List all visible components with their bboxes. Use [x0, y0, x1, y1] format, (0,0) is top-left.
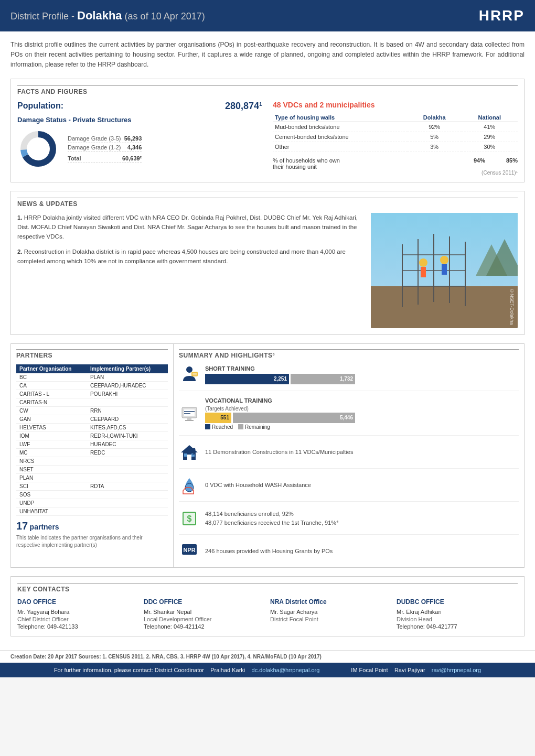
summary-housing-grants: NPR 246 houses provided with Housing Gra…: [179, 541, 519, 562]
partner-org: SCI: [16, 482, 87, 490]
nra-office: NRA District Office Mr. Sagar Acharya Di…: [270, 598, 391, 630]
partners-table-row: GANCEEPAARD: [16, 415, 168, 423]
footer-contact-label: For further information, please contact:…: [54, 667, 204, 673]
partner-org: PLAN: [16, 473, 87, 482]
short-training-icon: [179, 364, 200, 385]
news-section: NEWS & UPDATES 1. HRRP Dolakha jointly v…: [10, 191, 525, 335]
dudbc-name: Mr. Ekraj Adhikari: [397, 609, 518, 615]
footer-contact: For further information, please contact:…: [0, 663, 535, 677]
footer-im-email[interactable]: ravi@hrrpnepal.org: [432, 667, 481, 673]
partners-table-row: UNHABITAT: [16, 507, 168, 515]
vocational-title-text: VOCATIONAL TRAINING: [205, 397, 272, 404]
dudbc-office: DUDBC OFFICE Mr. Ekraj Adhikari Division…: [397, 598, 518, 630]
partner-org: CA: [16, 381, 87, 390]
svg-rect-16: [442, 264, 447, 275]
vocational-legend: Reached Remaining: [205, 424, 519, 430]
vocational-training-icon: [179, 403, 200, 424]
summary-short-training: SHORT TRAINING 2,251 1,732: [179, 364, 519, 391]
beneficiaries-content: 48,114 beneficiaries enrolled, 92% 48,07…: [205, 510, 519, 527]
partner-impl: RRN: [87, 406, 168, 415]
facts-header: FACTS AND FIGURES: [17, 85, 518, 95]
key-contacts-section: KEY CONTACTS DAO OFFICE Mr. Yagyaraj Boh…: [10, 576, 525, 636]
remaining-legend-box: [238, 424, 243, 429]
news-0-number: 1.: [17, 214, 23, 221]
census-note: (Census 2011)¹: [273, 170, 518, 176]
vdc-municipalities: 48 VDCs and 2 municipalities: [273, 101, 518, 109]
partners-table-row: CACEEPAARD,HURADEC: [16, 381, 168, 390]
svg-rect-31: [187, 455, 191, 460]
households-label2: their housing unit: [273, 164, 340, 170]
intro-text: This district profile outlines the curre…: [10, 40, 525, 70]
news-photo: ©NSET-Dolakha: [371, 213, 518, 328]
partner-impl: [87, 398, 168, 406]
demonstration-icon: [179, 442, 200, 463]
svg-point-34: [193, 448, 196, 450]
housing-dolakha-1: 5%: [408, 132, 462, 142]
partners-table-row: CWRRN: [16, 406, 168, 415]
partners-table-row: HELVETASKITES,AFD,CS: [16, 423, 168, 431]
partner-impl: [87, 465, 168, 473]
footer-im: IM Focal Point Ravi Pajiyar ravi@hrrpnep…: [351, 667, 481, 673]
partners-count-label: partners: [30, 523, 59, 531]
vocational-bar-reached: 551: [205, 413, 231, 423]
svg-rect-24: [184, 409, 195, 416]
svg-rect-27: [187, 418, 191, 420]
partner-impl: REDC: [87, 448, 168, 457]
partners-table-row: UNDP: [16, 499, 168, 507]
housing-type-1: Cement-bonded bricks/stone: [273, 132, 408, 142]
households-national: 85%: [506, 157, 518, 164]
news-1-text: Reconstruction in Dolakha district is in…: [17, 249, 346, 264]
partner-impl: CEEPAARD,HURADEC: [87, 381, 168, 390]
partners-table-row: NRCS: [16, 457, 168, 465]
damage-row-35: Damage Grade (3-5) 56,293: [68, 134, 142, 143]
partners-table-row: MCREDC: [16, 448, 168, 457]
svg-point-15: [440, 256, 448, 264]
partner-impl: [87, 473, 168, 482]
ddc-role: Local Development Officer: [144, 616, 265, 622]
housing-type-2: Other: [273, 142, 408, 152]
svg-rect-14: [421, 267, 426, 277]
partners-summary-container: PARTNERS Partner Organisation Implementi…: [10, 343, 525, 568]
damage-row-12: Damage Grade (1-2) 4,346: [68, 143, 142, 152]
contacts-grid: DAO OFFICE Mr. Yagyaraj Bohara Chief Dis…: [17, 598, 518, 630]
creation-date-text: Creation Date: 20 Apr 2017 Sources: 1. C…: [10, 654, 322, 660]
donut-chart: [17, 128, 59, 170]
damage-35-value: 56,293: [124, 135, 142, 142]
vocational-training-title: VOCATIONAL TRAINING: [205, 397, 519, 404]
housing-national-0: 41%: [462, 122, 518, 132]
footer-contact-email[interactable]: dc.dolakha@hrrpnepal.org: [252, 667, 320, 673]
partners-note: This table indicates the partner organis…: [16, 534, 168, 549]
short-training-bars: 2,251 1,732: [205, 374, 519, 384]
partner-org: CARITAS - L: [16, 390, 87, 398]
partner-impl: PLAN: [87, 373, 168, 382]
damage-header: Damage Status - Private Structures: [17, 116, 262, 124]
dao-title: DAO OFFICE: [17, 598, 138, 606]
title-district: Dolakha: [77, 9, 122, 22]
partner-impl: [87, 490, 168, 499]
partners-header: PARTNERS: [16, 349, 168, 359]
partners-table: Partner Organisation Implementing Partne…: [16, 364, 168, 516]
dao-role: Chief District Officer: [17, 616, 138, 622]
short-training-title: SHORT TRAINING: [205, 365, 519, 372]
nra-title: NRA District Office: [270, 598, 391, 606]
partners-table-row: PLAN: [16, 473, 168, 482]
summary-vocational-training: VOCATIONAL TRAINING (Targets Achieved) 5…: [179, 397, 519, 436]
reached-legend-label: Reached: [212, 424, 233, 430]
partner-org: GAN: [16, 415, 87, 423]
partners-table-row: SOS: [16, 490, 168, 499]
news-1-number: 2.: [17, 249, 23, 255]
wash-content: 0 VDC with Household WASH Assistance: [205, 481, 519, 490]
housing-type-0: Mud-bonded bricks/stone: [273, 122, 408, 132]
housing-national-2: 30%: [462, 142, 518, 152]
news-content: 1. HRRP Dolakha jointly visited differen…: [17, 213, 518, 328]
dudbc-title: DUDBC OFFICE: [397, 598, 518, 606]
partner-org: IOM: [16, 431, 87, 440]
housing-row-0: Mud-bonded bricks/stone 92% 41%: [273, 122, 518, 132]
wash-desc: 0 VDC with Household WASH Assistance: [205, 481, 519, 490]
damage-12-label: Damage Grade (1-2): [68, 144, 121, 150]
partners-count: 17: [16, 520, 28, 532]
beneficiaries-icon: $: [179, 508, 200, 529]
damage-chart-area: Damage Grade (3-5) 56,293 Damage Grade (…: [17, 128, 262, 170]
damage-table: Damage Grade (3-5) 56,293 Damage Grade (…: [68, 134, 142, 163]
partner-org: SOS: [16, 490, 87, 499]
